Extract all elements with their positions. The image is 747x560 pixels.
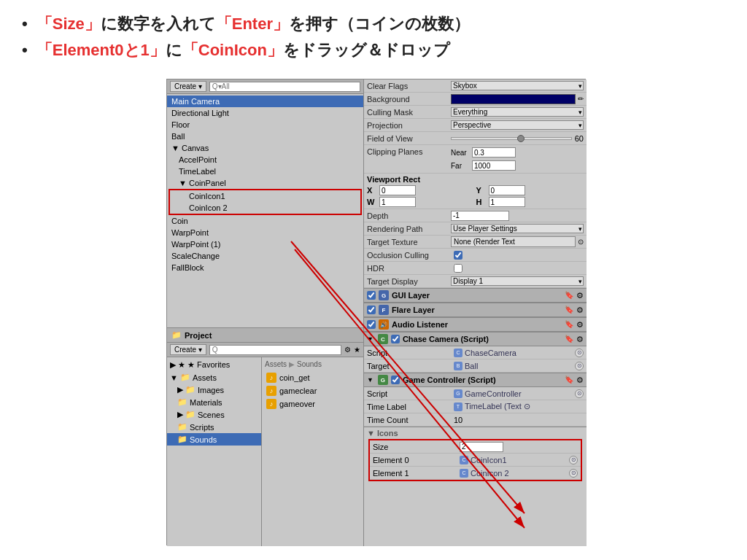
culling-mask-select[interactable]: Everything <box>451 107 584 117</box>
project-create-button[interactable]: Create ▾ <box>170 344 206 355</box>
file-coin-get[interactable]: ♪ coin_get <box>265 371 360 384</box>
scenes-arrow: ▶ <box>177 410 183 419</box>
time-count-value: 10 <box>454 416 462 424</box>
target-display-select[interactable]: Display 1 <box>451 276 584 286</box>
game-controller-script-name: GameController <box>465 389 522 398</box>
size-input[interactable] <box>460 442 503 452</box>
hierarchy-item-coinicon1[interactable]: CoinIcon1 <box>170 190 360 202</box>
hierarchy-item-main-camera[interactable]: Main Camera <box>167 96 363 107</box>
chase-camera-script-name: ChaseCamera <box>465 349 516 357</box>
game-controller-header: ▼ G Game Controller (Script) 🔖 ⚙ <box>364 373 587 387</box>
fov-value: 60 <box>575 134 584 143</box>
time-label-label: Time Label <box>367 402 451 411</box>
target-texture-circle[interactable]: ⊙ <box>578 238 584 246</box>
gui-layer-header: G GUI Layer 🔖 ⚙ <box>364 288 587 303</box>
hierarchy-item-coinicon2[interactable]: CoinIcon 2 <box>170 202 360 214</box>
clear-flags-select[interactable]: Skybox <box>451 81 584 90</box>
gui-layer-gear-button[interactable]: ⚙ <box>576 291 584 300</box>
hierarchy-item-canvas[interactable]: ▼ Canvas <box>167 142 363 154</box>
audio-listener-icon: 🔊 <box>379 319 389 330</box>
project-tree-scenes[interactable]: ▶ 📁 Scenes <box>167 408 261 421</box>
game-controller-checkbox[interactable] <box>391 376 400 384</box>
chase-camera-bookmark-icon[interactable]: 🔖 <box>565 335 573 344</box>
project-tree-materials[interactable]: 📁 Materials <box>167 396 261 408</box>
near-input[interactable] <box>472 147 516 158</box>
file-gameclear[interactable]: ♪ gameclear <box>265 384 360 397</box>
flare-layer-gear-button[interactable]: ⚙ <box>576 306 584 315</box>
gui-layer-label: GUI Layer <box>392 291 430 300</box>
chase-camera-target-circle-button[interactable]: ⊙ <box>575 362 584 370</box>
audio-listener-checkbox[interactable] <box>367 320 376 329</box>
background-pencil-button[interactable]: ✏ <box>578 95 584 103</box>
audio-listener-bookmark-icon[interactable]: 🔖 <box>565 320 573 330</box>
clipping-planes-label: Clipping Planes <box>367 146 451 156</box>
element1-circle-button[interactable]: ⊙ <box>569 469 578 478</box>
hierarchy-item-floor[interactable]: Floor <box>167 119 363 131</box>
project-search-input[interactable] <box>209 345 341 355</box>
fov-slider-thumb <box>517 135 525 142</box>
element1-icon: C <box>460 469 468 478</box>
depth-input[interactable] <box>451 211 509 221</box>
scripts-label: Scripts <box>190 423 214 432</box>
clear-flags-label: Clear Flags <box>367 82 451 90</box>
project-tree-images[interactable]: ▶ 📁 Images <box>167 384 261 396</box>
fov-slider[interactable] <box>451 137 572 140</box>
project-star-icon[interactable]: ★ <box>354 346 360 354</box>
hdr-checkbox[interactable] <box>454 264 462 273</box>
game-controller-gear-button[interactable]: ⚙ <box>576 376 584 385</box>
project-files: Assets ▶ Sounds ♪ coin_get ♪ gameclear ♪… <box>262 357 363 546</box>
gui-layer-bookmark-icon[interactable]: 🔖 <box>565 291 573 300</box>
game-controller-bookmark-icon[interactable]: 🔖 <box>565 376 573 385</box>
rendering-path-row: Rendering Path Use Player Settings <box>364 222 587 236</box>
viewport-h-input[interactable] <box>489 197 525 207</box>
project-tree: ▶ ★ ★ Favorites ▼ 📁 Assets ▶ 📁 Images 📁 … <box>167 357 262 546</box>
hierarchy-search-input[interactable] <box>209 82 360 92</box>
occlusion-culling-checkbox[interactable] <box>454 251 462 260</box>
hierarchy-create-button[interactable]: Create ▾ <box>170 81 206 92</box>
flare-layer-checkbox[interactable] <box>367 306 376 314</box>
project-tree-favorites[interactable]: ▶ ★ ★ Favorites <box>167 359 261 371</box>
project-tree-scripts[interactable]: 📁 Scripts <box>167 421 261 433</box>
file-gameover[interactable]: ♪ gameover <box>265 397 360 411</box>
chase-camera-target-icon: B <box>454 362 462 370</box>
viewport-y-input[interactable] <box>489 185 525 195</box>
clipping-values: Near Far <box>451 146 584 172</box>
element0-circle-button[interactable]: ⊙ <box>569 456 578 464</box>
clipping-far-line: Far <box>451 159 584 172</box>
chase-camera-circle-button[interactable]: ⊙ <box>575 349 584 357</box>
inspector-panel: Clear Flags Skybox Background ✏ Culling … <box>364 79 587 546</box>
hierarchy-item-fallblock[interactable]: FallBlock <box>167 262 363 273</box>
rendering-path-select[interactable]: Use Player Settings <box>451 224 584 233</box>
chase-camera-gear-button[interactable]: ⚙ <box>576 335 584 344</box>
instruction-line-2: 「Element0と1」に「CoinIcon」をドラッグ＆ドロップ <box>22 39 725 61</box>
time-label-name: TimeLabel (Text ⊙ <box>465 402 530 411</box>
hierarchy-item-timelabel[interactable]: TimeLabel <box>167 166 363 177</box>
chase-camera-checkbox[interactable] <box>391 335 400 343</box>
projection-label: Projection <box>367 121 451 130</box>
y-label: Y <box>476 186 487 195</box>
hierarchy-item-coinpanel[interactable]: ▼ CoinPanel <box>167 177 363 189</box>
project-tree-assets[interactable]: ▼ 📁 Assets <box>167 371 261 384</box>
viewport-w-input[interactable] <box>379 197 416 207</box>
hierarchy-item-scalechange[interactable]: ScaleChange <box>167 250 363 262</box>
hierarchy-item-coin[interactable]: Coin <box>167 215 363 227</box>
viewport-x-input[interactable] <box>379 185 416 195</box>
hierarchy-item-accelpoint[interactable]: AccelPoint <box>167 154 363 166</box>
chase-camera-script-icon: C <box>454 349 462 357</box>
hierarchy-item-ball[interactable]: Ball <box>167 131 363 142</box>
hierarchy-item-warppoint[interactable]: WarpPoint <box>167 227 363 238</box>
audio-listener-gear-button[interactable]: ⚙ <box>576 320 584 330</box>
flare-layer-bookmark-icon[interactable]: 🔖 <box>565 306 573 315</box>
project-tree-sounds[interactable]: 📁 Sounds <box>167 433 261 446</box>
game-controller-circle-button[interactable]: ⊙ <box>575 389 584 398</box>
projection-select[interactable]: Perspective <box>451 120 584 130</box>
hierarchy-item-dir-light[interactable]: Directional Light <box>167 107 363 119</box>
background-color-swatch[interactable] <box>451 94 576 104</box>
gui-layer-checkbox[interactable] <box>367 291 376 300</box>
hierarchy-item-warppoint1[interactable]: WarpPoint (1) <box>167 238 363 250</box>
scripts-folder-icon: 📁 <box>177 422 187 432</box>
project-settings-icon[interactable]: ⚙ <box>344 346 351 354</box>
gui-layer-controls: 🔖 ⚙ <box>565 291 584 300</box>
far-input[interactable] <box>472 160 516 171</box>
element1-row: Element 1 C CoinIcon 2 ⊙ <box>370 467 581 480</box>
